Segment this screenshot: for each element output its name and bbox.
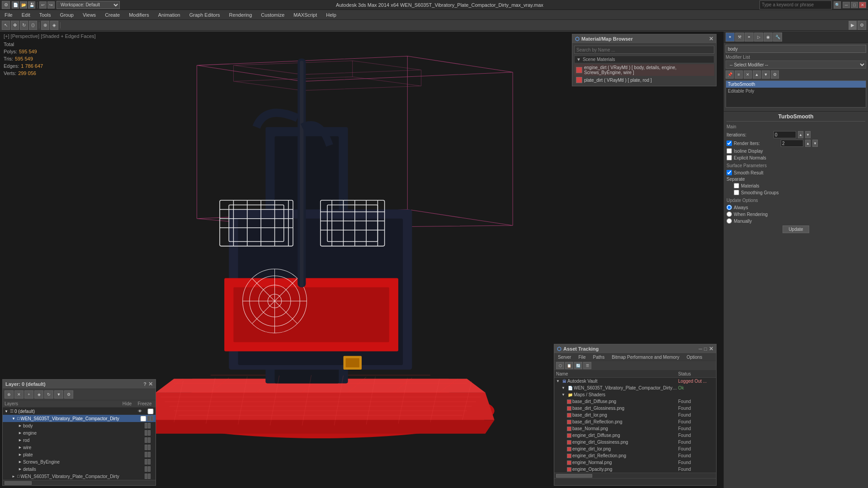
ts-render-iters-check[interactable] xyxy=(726,141,732,146)
asset-menu-options[interactable]: Options xyxy=(683,354,706,361)
menu-rendering[interactable]: Rendering xyxy=(225,10,257,19)
show-all-btn[interactable]: ≡ xyxy=(735,70,743,79)
asset-row-engine-lor[interactable]: engine_dirt_lor.png Found xyxy=(554,446,716,452)
asset-row-base-normal[interactable]: base_Normal.png Found xyxy=(554,425,716,432)
asset-tb-btn2[interactable]: 📋 xyxy=(565,362,573,369)
asset-row-base-glossiness[interactable]: base_dirt_Glossiness.png Found xyxy=(554,405,716,412)
asset-row-base-reflection[interactable]: base_dirt_Reflection.png Found xyxy=(554,418,716,425)
redo-btn[interactable]: ↪ xyxy=(47,1,55,9)
layer-row-rod[interactable]: ► rod xyxy=(3,436,156,444)
menu-modifiers[interactable]: Modifiers xyxy=(124,10,154,19)
ts-iterations-input[interactable] xyxy=(774,131,796,138)
new-btn[interactable]: 📄 xyxy=(12,1,19,9)
ts-iterations-up[interactable]: ▲ xyxy=(798,131,803,138)
layer-check-wen[interactable] xyxy=(140,416,146,422)
layer-row-plate[interactable]: ► plate xyxy=(3,451,156,458)
move-btn[interactable]: ✥ xyxy=(11,21,19,30)
modifier-turbosmooth[interactable]: TurboSmooth xyxy=(726,81,866,88)
asset-row-vault[interactable]: ▼ 🏛 Autodesk Vault Logged Out ... xyxy=(554,378,716,385)
modify-tab[interactable]: ⚒ xyxy=(735,33,744,42)
save-btn[interactable]: 💾 xyxy=(28,1,35,9)
search-icon[interactable]: 🔍 xyxy=(834,1,841,9)
maximize-btn[interactable]: □ xyxy=(851,2,858,8)
asset-row-engine-opacity[interactable]: engine_Opacity.png Found xyxy=(554,466,716,473)
asset-row-maps-folder[interactable]: ▼ 📁 Maps / Shaders xyxy=(554,391,716,398)
ts-render-iters-input[interactable] xyxy=(781,140,803,147)
layer-row-engine[interactable]: ► engine xyxy=(3,429,156,436)
layer-row-screws[interactable]: ► Screws_ByEngine xyxy=(3,458,156,465)
open-btn[interactable]: 📂 xyxy=(20,1,27,9)
layer-refresh-btn[interactable]: ↻ xyxy=(44,390,53,399)
asset-minimize-btn[interactable]: ─ xyxy=(699,346,703,352)
hierarchy-tab[interactable]: ⚭ xyxy=(745,33,754,42)
asset-menu-file[interactable]: File xyxy=(575,354,589,361)
asset-menu-bitmap-perf[interactable]: Bitmap Performance and Memory xyxy=(608,354,683,361)
layer-select-btn[interactable]: ◈ xyxy=(34,390,43,399)
layer-scroll-thumb[interactable] xyxy=(5,481,32,485)
render-setup-btn[interactable]: ⚙ xyxy=(858,21,866,30)
layer-settings-btn[interactable]: ⚙ xyxy=(64,390,73,399)
layer-close-btn[interactable]: ✕ xyxy=(148,381,153,387)
ts-update-btn[interactable]: Update xyxy=(783,225,809,233)
menu-create[interactable]: Create xyxy=(100,10,124,19)
layer-add-selection-btn[interactable]: + xyxy=(24,390,33,399)
workspace-dropdown[interactable]: Workspace: Default xyxy=(57,1,120,9)
asset-tb-btn1[interactable]: ⬡ xyxy=(556,362,564,369)
display-tab[interactable]: ◉ xyxy=(764,33,773,42)
pin-btn[interactable]: 📌 xyxy=(726,70,734,79)
modifier-dropdown[interactable]: -- Select Modifier -- xyxy=(726,61,866,69)
menu-group[interactable]: Group xyxy=(55,10,78,19)
menu-edit[interactable]: Edit xyxy=(17,10,35,19)
scale-btn[interactable]: ⟨⟩ xyxy=(29,21,37,30)
mat-browser-close[interactable]: ✕ xyxy=(709,36,713,42)
asset-tb-btn4[interactable]: ☰ xyxy=(583,362,591,369)
asset-row-wen-file[interactable]: ▼ 📄 WEN_S6035T_Vibratory_Plate_Compactor… xyxy=(554,385,716,391)
object-name-field[interactable]: body xyxy=(726,45,866,53)
close-btn[interactable]: ✕ xyxy=(859,2,866,8)
menu-customize[interactable]: Customize xyxy=(256,10,289,19)
layer-row-default[interactable]: ▼ ☰ 0 (default) 👁 xyxy=(3,408,156,415)
search-input[interactable] xyxy=(760,0,832,9)
create-tab[interactable]: ✦ xyxy=(726,33,735,42)
ref-btn[interactable]: ◈ xyxy=(50,21,58,30)
layer-help-btn[interactable]: ? xyxy=(143,381,146,387)
layer-options-btn[interactable]: ▼ xyxy=(54,390,63,399)
ts-render-up[interactable]: ▲ xyxy=(805,140,811,147)
asset-menu-server[interactable]: Server xyxy=(554,354,575,361)
config-btn[interactable]: ⚙ xyxy=(771,70,779,79)
menu-help[interactable]: Help xyxy=(321,10,341,19)
mat-item-plate-dirt[interactable]: plate_dirt ( VRayMtl ) [ plate, rod ] xyxy=(574,76,714,84)
layer-delete-btn[interactable]: ✕ xyxy=(14,390,24,399)
menu-graph-editors[interactable]: Graph Editors xyxy=(185,10,225,19)
ts-iterations-down[interactable]: ▼ xyxy=(805,131,811,138)
select-btn[interactable]: ↖ xyxy=(2,21,10,30)
layer-row-body[interactable]: ► body xyxy=(3,422,156,429)
asset-row-base-diffuse[interactable]: base_dirt_Diffuse.png Found xyxy=(554,398,716,405)
ts-isoline-check[interactable] xyxy=(726,148,732,154)
motion-tab[interactable]: ▷ xyxy=(754,33,763,42)
utility-tab[interactable]: 🔧 xyxy=(773,33,782,42)
layer-row-wen[interactable]: ▼ □ WEN_S6035T_Vibratory_Plate_Compactor… xyxy=(3,415,156,422)
ts-manually-radio[interactable] xyxy=(726,218,732,224)
layer-add-layer-btn[interactable]: ⊕ xyxy=(5,390,14,399)
asset-menu-paths[interactable]: Paths xyxy=(590,354,609,361)
ts-always-radio[interactable] xyxy=(726,205,732,210)
asset-row-base-lor[interactable]: base_dirt_lor.png Found xyxy=(554,412,716,418)
menu-animation[interactable]: Animation xyxy=(154,10,185,19)
layer-row-wen2[interactable]: ► □ WEN_S6035T_Vibratory_Plate_Compactor… xyxy=(3,473,156,480)
menu-tools[interactable]: Tools xyxy=(35,10,56,19)
asset-row-engine-diffuse[interactable]: engine_dirt_Diffuse.png Found xyxy=(554,432,716,439)
layer-row-wire[interactable]: ► wire xyxy=(3,444,156,451)
mat-search-input[interactable] xyxy=(574,46,714,54)
asset-scrollbar[interactable] xyxy=(554,473,716,478)
asset-scroll-thumb[interactable] xyxy=(556,474,592,478)
move-down-btn[interactable]: ▼ xyxy=(762,70,770,79)
ts-smoothing-groups-check[interactable] xyxy=(734,190,739,195)
menu-views[interactable]: Views xyxy=(78,10,100,19)
asset-maximize-btn[interactable]: □ xyxy=(704,346,707,352)
snap-btn[interactable]: ⊕ xyxy=(41,21,49,30)
ts-render-down[interactable]: ▼ xyxy=(812,140,818,147)
layer-vis-default[interactable]: 👁 xyxy=(133,409,146,413)
move-up-btn[interactable]: ▲ xyxy=(753,70,761,79)
asset-close-btn[interactable]: ✕ xyxy=(709,346,713,352)
